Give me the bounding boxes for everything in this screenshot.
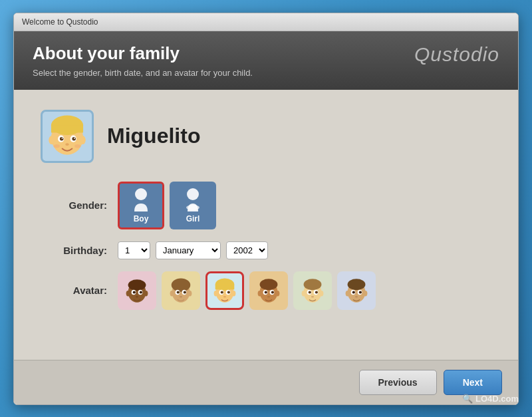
avatar-option-6[interactable] xyxy=(337,271,376,310)
svg-point-32 xyxy=(177,291,180,293)
birthday-year-select[interactable]: 1990199119921993 1994199519961997 199819… xyxy=(226,241,268,259)
svg-point-27 xyxy=(172,278,191,291)
form-section: Gender: Boy xyxy=(41,182,491,310)
birthday-month-select[interactable]: JanuaryFebruaryMarchApril MayJuneJulyAug… xyxy=(156,241,221,259)
boy-button[interactable]: Boy xyxy=(118,182,164,229)
birthday-day-select[interactable]: 12345 678910 1112131415 1617181920 21222… xyxy=(118,241,150,259)
avatar-option-4[interactable] xyxy=(249,271,288,310)
svg-point-48 xyxy=(276,291,280,296)
svg-rect-37 xyxy=(215,284,235,289)
title-bar: Welcome to Qustodio xyxy=(14,13,518,31)
svg-point-53 xyxy=(267,295,270,297)
previous-button[interactable]: Previous xyxy=(359,370,437,395)
birthday-label: Birthday: xyxy=(41,245,107,256)
svg-point-71 xyxy=(355,295,358,297)
watermark: 🔍 LO4D.com xyxy=(462,394,519,404)
birthday-inputs: 12345 678910 1112131415 1617181920 21222… xyxy=(118,241,268,259)
brand-logo: Qustodio xyxy=(414,43,499,66)
svg-point-43 xyxy=(227,291,230,293)
svg-point-14 xyxy=(135,188,147,200)
avatar-option-1[interactable] xyxy=(118,271,156,310)
avatar-5-svg xyxy=(299,277,327,305)
svg-point-9 xyxy=(62,137,63,138)
gender-label: Gender: xyxy=(41,200,107,211)
next-button[interactable]: Next xyxy=(444,370,502,395)
svg-point-33 xyxy=(184,291,186,293)
avatar-label: Avatar: xyxy=(41,285,107,296)
svg-point-34 xyxy=(180,295,182,297)
title-bar-text: Welcome to Qustodio xyxy=(22,17,98,27)
svg-point-25 xyxy=(136,295,138,297)
svg-point-18 xyxy=(128,279,146,291)
svg-rect-2 xyxy=(51,125,83,132)
svg-point-24 xyxy=(140,291,142,293)
svg-point-23 xyxy=(133,291,136,293)
boy-label: Boy xyxy=(134,214,149,223)
content-area: Miguelito Gender: Boy xyxy=(14,90,518,360)
avatar-option-5[interactable] xyxy=(293,271,332,310)
header-left: About your family Select the gender, bir… xyxy=(33,43,253,78)
svg-point-42 xyxy=(221,291,223,293)
gender-buttons: Boy Girl xyxy=(118,182,216,229)
svg-point-56 xyxy=(302,291,306,296)
svg-point-61 xyxy=(315,291,318,293)
avatar-option-3[interactable] xyxy=(205,271,244,310)
avatar-4-svg xyxy=(255,277,283,305)
svg-point-19 xyxy=(126,291,130,296)
svg-point-15 xyxy=(187,188,199,200)
svg-point-38 xyxy=(214,291,218,296)
avatar-1-svg xyxy=(123,277,151,305)
svg-point-44 xyxy=(223,295,226,297)
header-section: About your family Select the gender, bir… xyxy=(14,31,518,90)
avatar-row: Avatar: xyxy=(41,271,491,310)
watermark-text: LO4D.com xyxy=(475,394,519,404)
svg-point-57 xyxy=(320,291,324,296)
girl-button[interactable]: Girl xyxy=(170,182,216,229)
svg-point-7 xyxy=(60,136,64,140)
svg-point-8 xyxy=(72,136,76,140)
child-avatar-large xyxy=(41,110,94,163)
svg-point-10 xyxy=(74,137,75,138)
svg-point-13 xyxy=(74,144,80,148)
svg-point-29 xyxy=(188,291,192,296)
svg-point-47 xyxy=(258,291,262,296)
svg-point-60 xyxy=(309,291,311,293)
svg-point-52 xyxy=(271,291,274,293)
svg-point-12 xyxy=(54,144,60,148)
girl-icon xyxy=(181,188,205,211)
svg-point-16 xyxy=(186,205,200,210)
svg-point-62 xyxy=(311,295,314,297)
svg-point-51 xyxy=(265,291,267,293)
avatar-6-svg xyxy=(342,277,370,305)
avatar-2-svg xyxy=(167,277,195,305)
page-subtitle: Select the gender, birth date, and an av… xyxy=(33,68,253,78)
child-name: Miguelito xyxy=(107,124,200,148)
avatar-option-2[interactable] xyxy=(162,271,200,310)
avatar-options xyxy=(118,271,376,310)
svg-point-4 xyxy=(80,136,86,144)
page-title: About your family xyxy=(33,43,253,64)
main-window: Welcome to Qustodio About your family Se… xyxy=(13,13,519,405)
footer-section: Previous Next xyxy=(14,360,518,404)
birthday-row: Birthday: 12345 678910 1112131415 161718… xyxy=(41,241,491,259)
svg-point-3 xyxy=(49,136,55,144)
child-header: Miguelito xyxy=(41,110,491,163)
svg-point-64 xyxy=(348,279,366,290)
svg-point-11 xyxy=(65,143,69,146)
svg-point-66 xyxy=(364,291,368,296)
svg-point-69 xyxy=(352,291,355,293)
svg-point-46 xyxy=(260,279,278,290)
svg-point-28 xyxy=(170,291,174,296)
svg-point-65 xyxy=(346,291,350,296)
svg-point-20 xyxy=(144,291,148,296)
avatar-3-svg xyxy=(211,277,239,305)
svg-point-55 xyxy=(304,279,322,290)
gender-row: Gender: Boy xyxy=(41,182,491,229)
svg-point-39 xyxy=(232,291,236,296)
girl-label: Girl xyxy=(186,214,200,223)
child-face-svg xyxy=(43,112,92,161)
boy-icon xyxy=(129,188,153,211)
watermark-icon: 🔍 xyxy=(462,394,473,404)
svg-point-70 xyxy=(359,291,362,293)
